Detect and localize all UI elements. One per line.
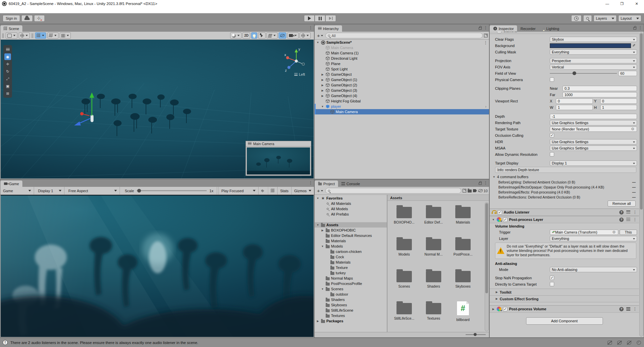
scene-orientation-label[interactable]: Left bbox=[294, 72, 305, 76]
asset-item[interactable]: StillLifeSce... bbox=[389, 298, 419, 330]
tool-handle-position-dropdown[interactable] bbox=[6, 32, 17, 39]
overlay-menu-button[interactable] bbox=[4, 46, 11, 53]
fold-arrow-icon[interactable]: ▼ bbox=[321, 288, 324, 291]
play-focused-dropdown[interactable]: Play Focused bbox=[218, 187, 259, 195]
stats-button[interactable]: Stats bbox=[278, 187, 292, 195]
fold-arrow-icon[interactable]: ▼ bbox=[321, 245, 324, 248]
hdr-dropdown[interactable]: Use Graphics Settings bbox=[550, 139, 637, 144]
help-icon[interactable]: ? bbox=[619, 210, 624, 215]
fold-arrow-icon[interactable]: ▶ bbox=[321, 229, 324, 232]
game-display-dropdown[interactable]: Display 1 bbox=[35, 187, 64, 195]
asset-item[interactable]: BOXOPHO... bbox=[389, 202, 419, 234]
effects-dropdown[interactable] bbox=[267, 32, 278, 39]
menu-item[interactable] bbox=[39, 10, 44, 11]
grid-scrollbar[interactable] bbox=[485, 202, 489, 331]
tab-game[interactable]: Game bbox=[0, 181, 22, 187]
viewport-x-input[interactable]: 0 bbox=[556, 98, 593, 104]
menu-item[interactable] bbox=[15, 10, 20, 11]
snap-increment-dropdown[interactable] bbox=[60, 32, 71, 39]
target-display-dropdown[interactable]: Display 1 bbox=[550, 160, 637, 166]
depth-input[interactable]: -1 bbox=[550, 114, 637, 119]
pause-button[interactable] bbox=[315, 15, 325, 22]
trigger-object-field[interactable]: Main Camera (Transform) ⊙ bbox=[550, 230, 618, 235]
project-tree-row[interactable]: ★ Cock bbox=[315, 254, 387, 260]
project-tree-row[interactable]: ★ cartoon-chicken bbox=[315, 249, 387, 254]
aa-mode-dropdown[interactable]: No Anti-aliasing bbox=[550, 267, 637, 272]
close-button[interactable]: ✕ bbox=[629, 0, 644, 7]
project-tree-row[interactable]: ★ outdoor bbox=[315, 292, 387, 297]
post-process-layer-header[interactable]: ▼ Post-process Layer ? ⋮ bbox=[490, 216, 639, 223]
remove-buffer-button[interactable]: — bbox=[632, 185, 636, 189]
hierarchy-menu-icon[interactable]: ⋮ bbox=[484, 25, 488, 30]
project-tree-row[interactable]: ★ Materials bbox=[315, 260, 387, 265]
menu-item[interactable] bbox=[9, 10, 14, 11]
rendering-path-dropdown[interactable]: Use Graphics Settings bbox=[550, 120, 637, 125]
project-tree-row[interactable]: ★ Textures bbox=[315, 313, 387, 318]
presets-icon[interactable] bbox=[626, 307, 630, 311]
component-menu-icon[interactable]: ⋮ bbox=[633, 210, 637, 215]
camera-component-header-partial[interactable]: Camera bbox=[490, 32, 639, 34]
component-menu-icon[interactable]: ⋮ bbox=[633, 217, 637, 222]
transform-tool-button[interactable]: ⊞ bbox=[4, 90, 11, 97]
2d-toggle[interactable]: 2D bbox=[243, 32, 250, 39]
tab-project[interactable]: Project bbox=[315, 181, 338, 187]
background-color-swatch[interactable] bbox=[550, 43, 631, 48]
axis-orientation-gizmo[interactable]: y x z bbox=[284, 46, 307, 75]
layers-dropdown[interactable]: Layers bbox=[594, 15, 617, 22]
inspector-scrollbar[interactable] bbox=[639, 32, 643, 337]
shading-mode-dropdown[interactable] bbox=[230, 32, 241, 39]
fov-slider-thumb[interactable] bbox=[573, 71, 576, 75]
project-tree-row[interactable]: ▼ ★ Models bbox=[315, 244, 387, 249]
rect-tool-button[interactable]: ▣ bbox=[4, 83, 11, 89]
game-viewport[interactable] bbox=[1, 195, 314, 337]
activity-ok-icon[interactable]: ✓ bbox=[636, 340, 641, 345]
status-message[interactable]: There are 2 audio listeners in the scene… bbox=[10, 341, 198, 345]
target-texture-object-field[interactable]: None (Render Texture)⊙ bbox=[550, 126, 637, 132]
help-icon[interactable]: ? bbox=[619, 218, 624, 222]
inspector-menu-icon[interactable]: ⋮ bbox=[638, 25, 642, 30]
project-create-dropdown[interactable]: + bbox=[316, 188, 324, 194]
pp-layer-enabled-checkbox[interactable] bbox=[503, 218, 507, 222]
project-tree-row[interactable]: ★ Shaders bbox=[315, 297, 387, 302]
physical-camera-checkbox[interactable] bbox=[550, 77, 554, 82]
cache-server-disabled-icon[interactable] bbox=[617, 340, 622, 345]
grid-visibility-dropdown[interactable] bbox=[35, 32, 46, 39]
camera-settings-dropdown[interactable] bbox=[287, 32, 299, 39]
toolkit-foldout[interactable]: ▶ Toolkit bbox=[490, 289, 639, 295]
object-picker-icon[interactable]: ⊙ bbox=[612, 230, 616, 234]
debugger-disabled-icon[interactable] bbox=[607, 340, 612, 345]
maximize-icon[interactable] bbox=[484, 34, 488, 37]
asset-item[interactable]: Skyboxes bbox=[448, 266, 478, 298]
audio-toggle[interactable] bbox=[258, 32, 266, 39]
presets-icon[interactable] bbox=[626, 211, 630, 214]
fold-arrow-icon[interactable]: ▶ bbox=[321, 78, 324, 81]
gizmos-dropdown[interactable] bbox=[300, 32, 311, 39]
lock-icon[interactable] bbox=[633, 27, 636, 30]
fov-slider[interactable] bbox=[550, 71, 617, 76]
hierarchy-search-input[interactable]: All bbox=[325, 33, 483, 38]
object-picker-icon[interactable]: ⊙ bbox=[630, 127, 635, 131]
scene-visibility-toggle[interactable] bbox=[279, 32, 286, 39]
project-tree-row[interactable]: ★ All Models bbox=[315, 206, 387, 212]
game-gizmos-dropdown[interactable]: Gizmos bbox=[292, 187, 314, 195]
eyedropper-icon[interactable] bbox=[632, 43, 637, 48]
project-search-input[interactable] bbox=[325, 188, 461, 194]
menu-item[interactable] bbox=[21, 10, 26, 11]
asset-item[interactable]: PostProce... bbox=[448, 234, 478, 266]
snap-settings-dropdown[interactable] bbox=[47, 32, 58, 39]
project-tree-row[interactable]: ▼ ★ Assets bbox=[315, 222, 387, 228]
command-buffers-foldout[interactable]: ▼ 4 command buffers bbox=[490, 174, 639, 180]
menu-item[interactable] bbox=[33, 10, 38, 11]
cloud-services-button[interactable] bbox=[21, 15, 33, 22]
fov-value-input[interactable]: 60 bbox=[618, 71, 637, 76]
asset-item[interactable]: Textures bbox=[419, 298, 448, 330]
hierarchy-row[interactable]: ▶ GameObject (2) bbox=[315, 82, 489, 88]
asset-item[interactable]: Normal M... bbox=[419, 234, 448, 266]
this-button[interactable]: This bbox=[620, 230, 637, 235]
project-tree-row[interactable]: ★ PostProcessProfile bbox=[315, 281, 387, 286]
component-enabled-checkbox[interactable] bbox=[497, 32, 501, 33]
scale-tool-button[interactable]: ⤢ bbox=[4, 75, 11, 82]
asset-item[interactable]: # billboard bbox=[448, 298, 478, 330]
add-component-button[interactable]: Add Component bbox=[526, 317, 603, 325]
label-tag-icon[interactable] bbox=[473, 189, 477, 192]
